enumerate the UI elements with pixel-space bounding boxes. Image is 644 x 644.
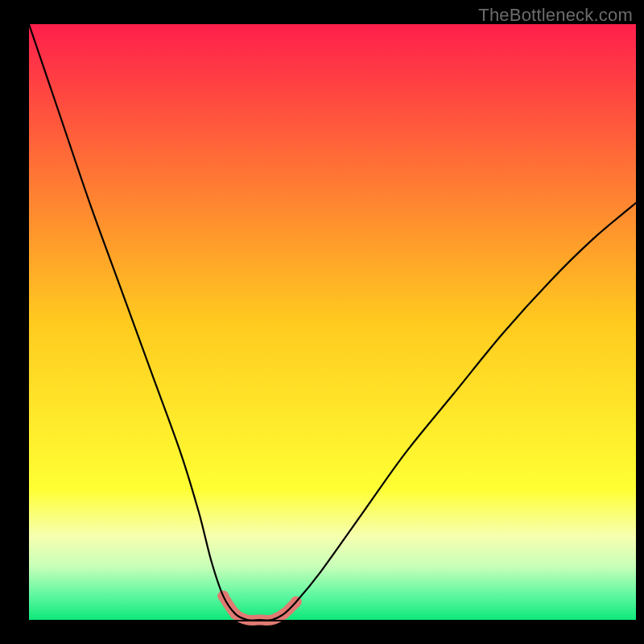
attribution-label: TheBottleneck.com (478, 5, 633, 26)
gradient-background (29, 24, 636, 620)
chart-container: TheBottleneck.com (0, 0, 644, 644)
bottleneck-curve-chart (0, 0, 644, 644)
